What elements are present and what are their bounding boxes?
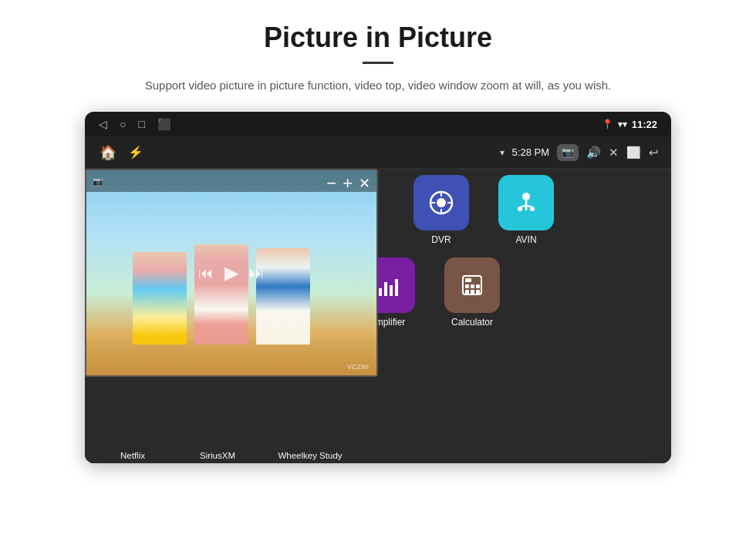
netflix-label: Netflix <box>94 451 171 460</box>
svg-rect-21 <box>476 290 480 294</box>
status-bar-right: 📍 ▾▾ 11:22 <box>602 119 657 130</box>
wheelkey-label: Wheelkey Study <box>264 451 356 460</box>
usb-icon: ⚡ <box>128 145 143 160</box>
status-time: 11:22 <box>632 119 657 130</box>
app-icon-item-dvr[interactable]: DVR <box>403 175 480 245</box>
pip-camera-icon: 📷 <box>93 177 103 187</box>
status-bar: ◁ ○ □ ⬛ 📍 ▾▾ 11:22 <box>85 112 671 136</box>
svg-rect-13 <box>395 279 398 296</box>
svg-rect-16 <box>465 284 469 288</box>
svg-rect-17 <box>465 290 469 294</box>
dvr-label: DVR <box>431 234 451 245</box>
page-wrapper: Picture in Picture Support video picture… <box>0 0 756 538</box>
page-title: Picture in Picture <box>264 22 492 54</box>
beach-ground <box>86 341 376 375</box>
main-content: DVR AVIN <box>85 169 671 463</box>
apps-area: DVR AVIN <box>85 169 671 463</box>
svg-rect-10 <box>379 288 382 296</box>
svg-point-6 <box>522 193 530 200</box>
recents-nav-icon[interactable]: □ <box>138 118 144 130</box>
pip-playback-controls: ⏮ ▶ ⏭ <box>198 262 265 284</box>
app-bar: 🏠 ⚡ ▾ 5:28 PM 📷 🔊 ✕ ⬜ ↩ <box>85 136 671 169</box>
dvr-icon-box <box>413 175 469 230</box>
back-button[interactable]: ↩ <box>649 146 659 160</box>
status-bar-nav: ◁ ○ □ ⬛ <box>99 118 170 130</box>
bottom-app-labels: Netflix SiriusXM Wheelkey Study <box>85 448 386 463</box>
svg-rect-20 <box>476 284 480 288</box>
watermark: VCZ99 <box>347 363 369 371</box>
camera-button[interactable]: 📷 <box>557 144 579 161</box>
svg-rect-19 <box>471 290 474 294</box>
pip-resize-button[interactable]: ⬜ <box>626 146 641 160</box>
avin-icon-box <box>498 175 554 230</box>
calculator-icon-box <box>444 257 500 313</box>
svg-point-9 <box>530 207 535 211</box>
page-subtitle: Support video picture in picture functio… <box>145 76 611 95</box>
close-pip-button[interactable]: ✕ <box>609 146 619 160</box>
figure-1 <box>133 252 187 345</box>
home-nav-icon[interactable]: ○ <box>120 118 126 130</box>
pip-video-overlay[interactable]: 📷 − + ✕ <box>85 169 378 377</box>
svg-rect-11 <box>384 282 387 296</box>
calculator-label: Calculator <box>451 317 493 328</box>
app-bar-left: 🏠 ⚡ <box>97 142 143 163</box>
app-bar-right: ▾ 5:28 PM 📷 🔊 ✕ ⬜ ↩ <box>500 144 659 161</box>
title-divider <box>363 62 393 64</box>
device-frame: ◁ ○ □ ⬛ 📍 ▾▾ 11:22 🏠 ⚡ ▾ 5:28 PM 📷 🔊 <box>85 112 671 463</box>
svg-rect-12 <box>390 285 393 296</box>
svg-rect-15 <box>465 278 471 282</box>
pip-prev-button[interactable]: ⏮ <box>198 264 214 282</box>
app-bar-time: 5:28 PM <box>512 146 549 158</box>
gps-icon: 📍 <box>602 119 613 129</box>
wifi-status-icon: ▾ <box>500 147 505 158</box>
pip-top-controls: − + ✕ <box>326 173 370 193</box>
avin-label: AVIN <box>515 234 536 245</box>
back-nav-icon[interactable]: ◁ <box>99 118 107 130</box>
pip-next-button[interactable]: ⏭ <box>249 264 265 282</box>
app-icon-item-calculator[interactable]: Calculator <box>434 257 511 328</box>
pip-play-button[interactable]: ▶ <box>224 262 238 284</box>
figure-2 <box>194 244 248 345</box>
wifi-icon: ▾▾ <box>618 119 627 129</box>
home-button[interactable]: 🏠 <box>97 142 119 163</box>
app-icon-item-avin[interactable]: AVIN <box>488 175 565 245</box>
pip-close-button[interactable]: ✕ <box>359 175 370 192</box>
menu-nav-icon[interactable]: ⬛ <box>157 118 170 130</box>
pip-maximize-button[interactable]: + <box>343 173 353 193</box>
volume-button[interactable]: 🔊 <box>586 146 601 160</box>
pip-minimize-button[interactable]: − <box>326 173 336 193</box>
siriusxm-label: SiriusXM <box>179 451 256 460</box>
svg-rect-18 <box>471 284 474 288</box>
svg-point-8 <box>518 207 522 211</box>
svg-point-1 <box>437 198 446 207</box>
